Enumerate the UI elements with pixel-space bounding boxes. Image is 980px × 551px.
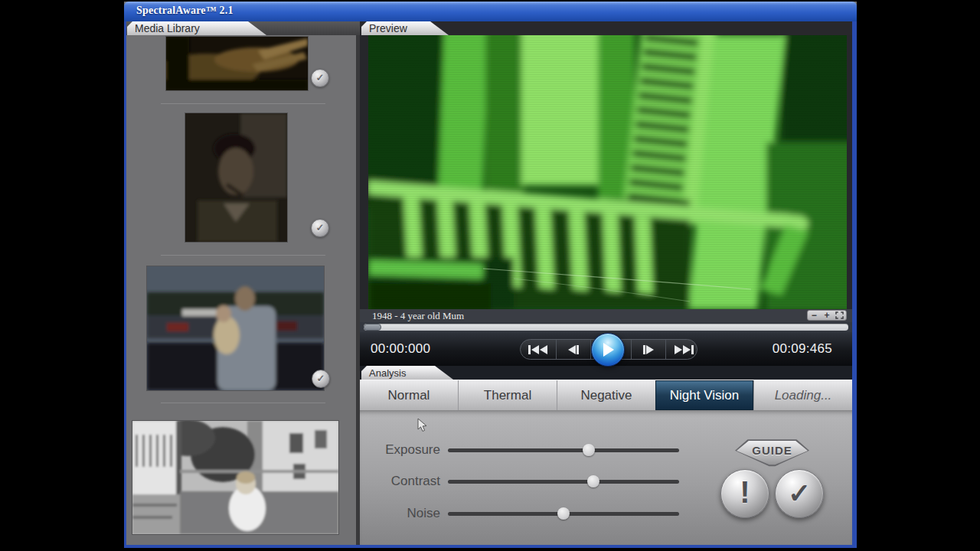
transport-bar: 00:00:000 00:09:465	[360, 332, 852, 366]
check-icon: ✓	[316, 222, 325, 233]
check-icon: ✓	[317, 373, 325, 384]
scrubber-thumb[interactable]	[364, 324, 381, 331]
play-icon	[601, 342, 615, 357]
tab-analysis-label: Analysis	[369, 367, 406, 379]
analysis-controls-panel: Exposure Contrast Noise GUIDE ! ✓	[360, 410, 852, 545]
slider-row-noise: Noise	[360, 506, 704, 521]
window-title: SpectralAware™ 2.1	[136, 5, 234, 17]
skip-end-button[interactable]	[665, 340, 701, 359]
scrubber-area	[360, 322, 852, 332]
library-thumbnail-4[interactable]	[132, 421, 338, 534]
play-button[interactable]	[591, 333, 625, 367]
contrast-slider-thumb[interactable]	[587, 475, 599, 487]
mode-night-vision[interactable]: Night Vision	[655, 380, 753, 410]
exposure-slider-thumb[interactable]	[583, 444, 595, 456]
scrubber-track[interactable]	[364, 324, 848, 331]
photo-3-image	[147, 266, 324, 390]
zoom-out-button[interactable]: −	[808, 311, 821, 320]
slider-row-contrast: Contrast	[360, 474, 704, 489]
app-window: SpectralAware™ 2.1 Media Library ✓	[124, 2, 857, 548]
fullscreen-icon	[835, 311, 844, 319]
list-divider	[161, 403, 325, 403]
scanline-overlay	[368, 35, 847, 309]
mode-negative[interactable]: Negative	[557, 380, 655, 410]
exposure-slider[interactable]	[448, 448, 679, 452]
photo-1-image	[166, 37, 308, 90]
tab-preview-label: Preview	[369, 22, 407, 34]
skip-start-icon	[528, 344, 548, 355]
window-border-bottom	[124, 545, 857, 548]
list-divider	[161, 255, 325, 256]
noise-slider-thumb[interactable]	[557, 507, 570, 520]
noise-slider[interactable]	[448, 512, 679, 516]
skip-end-icon	[674, 344, 694, 355]
photo-2-image	[185, 113, 287, 242]
letterbox-background: SpectralAware™ 2.1 Media Library ✓	[0, 0, 980, 551]
title-bar: SpectralAware™ 2.1	[124, 2, 857, 21]
mode-normal[interactable]: Normal	[360, 380, 458, 410]
list-divider	[161, 103, 325, 104]
zoom-controls: − +	[807, 310, 847, 321]
frame-back-button[interactable]	[556, 340, 590, 359]
zoom-in-button[interactable]: +	[821, 311, 834, 320]
exposure-label: Exposure	[360, 442, 440, 458]
alert-button[interactable]: !	[720, 469, 769, 518]
mode-thermal[interactable]: Thermal	[458, 380, 557, 410]
exclamation-icon: !	[740, 475, 750, 510]
skip-start-button[interactable]	[521, 340, 556, 359]
contrast-label: Contrast	[360, 474, 440, 489]
caption-text: 1948 - 4 year old Mum	[372, 310, 464, 322]
tab-media-library-label: Media Library	[135, 22, 200, 34]
window-border-right	[852, 20, 857, 548]
frame-back-icon	[567, 344, 580, 355]
library-thumbnail-2[interactable]	[185, 113, 287, 242]
frame-forward-icon	[642, 344, 655, 355]
photo-2-check-badge[interactable]: ✓	[311, 219, 329, 237]
library-thumbnail-1[interactable]	[166, 37, 308, 90]
mouse-cursor	[417, 418, 427, 432]
confirm-button[interactable]: ✓	[775, 469, 824, 518]
total-time: 00:09:465	[773, 341, 832, 357]
window-border-left	[124, 20, 126, 548]
guide-button[interactable]: GUIDE	[735, 438, 809, 467]
frame-forward-button[interactable]	[631, 340, 665, 359]
mode-selector-row: Normal Thermal Negative Night Vision Loa…	[360, 380, 852, 410]
contrast-slider[interactable]	[448, 480, 679, 484]
guide-label: GUIDE	[735, 444, 809, 457]
photo-4-image	[132, 421, 338, 534]
mode-loading[interactable]: Loading...	[753, 380, 852, 410]
photo-1-check-badge[interactable]: ✓	[311, 69, 329, 87]
check-icon: ✓	[316, 72, 325, 83]
noise-label: Noise	[360, 506, 440, 521]
preview-panel: 1948 - 4 year old Mum − + 00:00:000 00:0…	[360, 35, 852, 366]
night-vision-video	[368, 35, 847, 309]
fullscreen-button[interactable]	[833, 311, 846, 320]
caption-bar: 1948 - 4 year old Mum − +	[360, 309, 852, 322]
slider-row-exposure: Exposure	[360, 442, 704, 458]
elapsed-time: 00:00:000	[371, 341, 430, 357]
library-thumbnail-3[interactable]	[147, 266, 324, 390]
photo-3-check-badge[interactable]: ✓	[312, 370, 330, 388]
media-library-panel: ✓ ✓	[126, 35, 360, 545]
check-icon: ✓	[788, 478, 811, 510]
tab-media-library[interactable]: Media Library	[127, 21, 266, 35]
